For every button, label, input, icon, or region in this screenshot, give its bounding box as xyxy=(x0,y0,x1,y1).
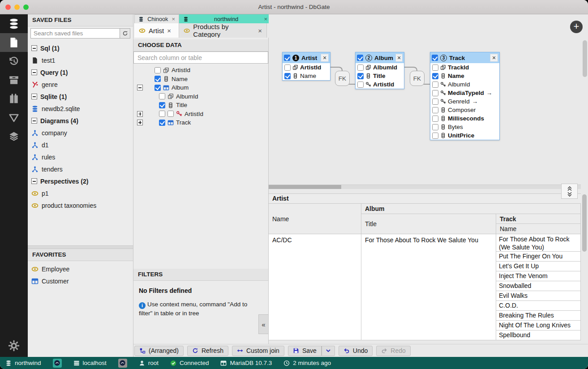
saved-files-group-sql[interactable]: Sql (1) xyxy=(28,42,133,54)
add-table-button[interactable] xyxy=(570,21,583,33)
db-tab-chinook[interactable]: Chinook xyxy=(134,14,179,23)
saved-file-tenders[interactable]: tenders xyxy=(28,163,133,175)
mariadb-chip[interactable] xyxy=(118,359,127,368)
saved-file-test1[interactable]: test1 xyxy=(28,54,133,66)
grid-group-track[interactable]: Track xyxy=(496,214,581,224)
nav-settings[interactable] xyxy=(0,336,28,355)
tree-row-album-artistid[interactable]: ArtistId xyxy=(133,110,268,119)
collapse-icon[interactable] xyxy=(31,178,37,184)
collapse-icon[interactable] xyxy=(31,94,37,99)
designer-canvas[interactable]: FK FK 1 Artist ArtistId Name 2 Album Alb… xyxy=(269,14,588,184)
node-column[interactable]: AlbumId xyxy=(356,63,404,72)
checkbox[interactable] xyxy=(432,64,438,71)
grid-col-header-title[interactable]: Title xyxy=(361,214,496,234)
file-tab-products-by-category[interactable]: Products by Category xyxy=(179,23,267,38)
node-column[interactable]: Milliseconds xyxy=(430,114,499,123)
close-icon[interactable] xyxy=(258,27,262,34)
save-button[interactable]: Save xyxy=(288,346,322,356)
saved-files-group-diagrams[interactable]: Diagrams (4) xyxy=(28,115,133,127)
favorite-customer[interactable]: Customer xyxy=(28,275,133,287)
nav-filters[interactable] xyxy=(0,108,28,127)
nav-favorites[interactable] xyxy=(0,90,28,108)
checkbox[interactable] xyxy=(357,64,364,71)
canvas-vertical-scrollbar[interactable] xyxy=(583,40,587,77)
checkbox[interactable] xyxy=(432,73,438,79)
checkbox[interactable] xyxy=(159,120,165,126)
grid-cell-track[interactable]: Evil Walks xyxy=(496,291,581,301)
close-icon[interactable] xyxy=(172,16,175,22)
saved-files-refresh-button[interactable] xyxy=(120,28,130,39)
saved-file-company[interactable]: company xyxy=(28,127,133,139)
saved-file-genre[interactable]: genre xyxy=(28,78,133,90)
saved-file-d1[interactable]: d1 xyxy=(28,139,133,151)
node-column[interactable]: UnitPrice xyxy=(430,131,499,140)
checkbox[interactable] xyxy=(284,73,291,79)
checkbox[interactable] xyxy=(159,93,165,99)
redo-button[interactable]: Redo xyxy=(376,346,410,356)
grid-cell-track[interactable]: Breaking The Rules xyxy=(496,311,581,321)
checkbox[interactable] xyxy=(432,99,438,105)
mariadb-chip[interactable] xyxy=(53,359,62,368)
grid-cell-track[interactable]: Snowballed xyxy=(496,281,581,291)
collapse-icon[interactable] xyxy=(31,45,37,51)
designer-node-album[interactable]: 2 Album AlbumId Title ArtistId xyxy=(355,52,404,89)
checkbox[interactable] xyxy=(432,55,438,61)
checkbox[interactable] xyxy=(155,67,161,73)
checkbox[interactable] xyxy=(432,107,438,113)
grid-cell-artist[interactable]: AC/DC xyxy=(269,234,361,340)
grid-cell-track[interactable]: Let's Get It Up xyxy=(496,262,581,271)
checkbox[interactable] xyxy=(432,82,438,88)
grid-cell-track[interactable]: For Those About To Rock (We Salute You) xyxy=(496,234,581,252)
checkbox[interactable] xyxy=(284,64,291,71)
panel-splitter[interactable] xyxy=(28,245,133,249)
db-tab-northwind[interactable]: northwind xyxy=(179,14,271,23)
close-window-button[interactable] xyxy=(5,4,11,10)
saved-files-group-sqlite[interactable]: Sqlite (1) xyxy=(28,90,133,103)
nav-archive[interactable] xyxy=(0,71,28,90)
collapse-icon[interactable] xyxy=(31,118,37,124)
checkbox[interactable] xyxy=(155,76,161,82)
checkbox[interactable] xyxy=(357,82,364,88)
grid-cell-track[interactable]: C.O.D. xyxy=(496,301,581,311)
close-icon[interactable] xyxy=(264,16,267,22)
node-column[interactable]: GenreId→ xyxy=(430,97,499,106)
node-column[interactable]: TrackId xyxy=(430,63,499,72)
close-icon[interactable] xyxy=(490,54,498,62)
node-column[interactable]: MediaTypeId→ xyxy=(430,89,499,97)
saved-files-group-query[interactable]: Query (1) xyxy=(28,66,133,78)
designer-node-artist[interactable]: 1 Artist ArtistId Name xyxy=(282,52,330,81)
close-icon[interactable] xyxy=(321,54,329,62)
tree-row-album[interactable]: Album xyxy=(133,83,268,92)
canvas-horizontal-scrollbar[interactable] xyxy=(269,184,581,189)
status-user[interactable]: root xyxy=(139,360,159,366)
checkbox[interactable] xyxy=(432,116,438,122)
node-column[interactable]: AlbumId xyxy=(430,80,499,89)
node-column[interactable]: Name xyxy=(283,72,330,80)
favorite-employee[interactable]: Employee xyxy=(28,263,133,275)
grid-group-artist[interactable]: Artist xyxy=(269,193,581,204)
tree-row-title[interactable]: Title xyxy=(133,101,268,110)
grid-col-header-track-name[interactable]: Name xyxy=(496,224,581,234)
grid-cell-track[interactable]: Inject The Venom xyxy=(496,271,581,281)
checkbox[interactable] xyxy=(432,90,438,96)
nav-files[interactable] xyxy=(0,33,28,52)
checkbox[interactable] xyxy=(155,85,161,91)
checkbox[interactable] xyxy=(284,55,290,61)
refresh-button[interactable]: Refresh xyxy=(187,346,228,356)
saved-file-p1[interactable]: p1 xyxy=(28,187,133,199)
double-chevron-up-icon[interactable] xyxy=(567,186,572,191)
checkbox[interactable] xyxy=(159,111,165,117)
close-icon[interactable] xyxy=(395,54,403,62)
fk-badge[interactable]: FK xyxy=(410,71,425,86)
nav-plugins[interactable] xyxy=(0,127,28,146)
expand-icon[interactable] xyxy=(137,111,143,117)
checkbox[interactable] xyxy=(357,73,364,79)
zoom-window-button[interactable] xyxy=(23,4,29,10)
saved-files-group-perspectives[interactable]: Perspectives (2) xyxy=(28,175,133,187)
collapse-icon[interactable] xyxy=(31,69,37,75)
saved-file-newdb2[interactable]: newdb2.sqlite xyxy=(28,103,133,115)
node-column[interactable]: ArtistId xyxy=(283,63,330,72)
saved-file-product-taxonomies[interactable]: product taxonomies xyxy=(28,199,133,211)
saved-file-rules[interactable]: rules xyxy=(28,151,133,163)
node-column[interactable]: Title xyxy=(356,72,404,80)
